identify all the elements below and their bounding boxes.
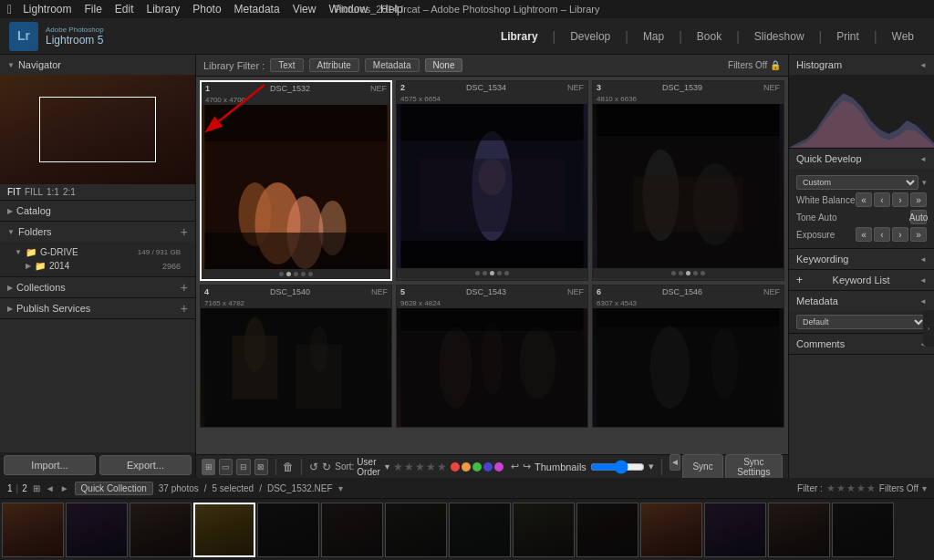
wb-increase-small[interactable]: › (892, 192, 908, 207)
thumb-7[interactable] (385, 503, 447, 557)
grid-view-btn[interactable]: ⊞ (202, 459, 215, 475)
sync-settings-button[interactable]: Sync Settings (725, 454, 783, 479)
tab-print[interactable]: Print (825, 26, 870, 47)
strip-filters-arrow[interactable]: ▾ (922, 483, 927, 493)
thumbnail-size-slider[interactable] (590, 460, 645, 474)
nav-next-btn[interactable]: ► (60, 483, 69, 493)
folder-gdrive[interactable]: ▼ 📁 G-DRIVE 149 / 931 GB (7, 245, 188, 259)
grid-cell-4[interactable]: 4 DSC_1540 NEF 7165 x 4782 (200, 285, 392, 428)
thumb-10[interactable] (576, 503, 638, 557)
tab-develop[interactable]: Develop (559, 26, 621, 47)
color-yellow[interactable] (462, 462, 471, 472)
grid-cell-2[interactable]: 2 DSC_1534 NEF 4575 x 6654 (396, 80, 588, 281)
thumb-2[interactable] (66, 503, 128, 557)
tab-slideshow[interactable]: Slideshow (743, 26, 815, 47)
color-blue[interactable] (483, 462, 493, 472)
thumb-3[interactable] (130, 503, 192, 557)
thumb-5[interactable] (257, 503, 319, 557)
exp-inc[interactable]: » (910, 227, 927, 242)
grid-cell-1[interactable]: 1 DSC_1532 NEF 4700 x 4700 (200, 80, 392, 281)
thumb-14[interactable] (832, 503, 894, 557)
loupe-view-btn[interactable]: ▭ (219, 459, 233, 475)
filter-attribute-btn[interactable]: Attribute (309, 58, 359, 72)
grid-cell-3[interactable]: 3 DSC_1539 NEF 4810 x 6636 (592, 80, 784, 281)
wb-decrease[interactable]: « (856, 192, 872, 207)
catalog-header[interactable]: ▶ Catalog (0, 201, 195, 221)
tone-auto[interactable]: Auto (910, 210, 927, 224)
thumb-12[interactable] (704, 503, 766, 557)
wb-increase[interactable]: » (910, 192, 927, 207)
nav-1-1[interactable]: 1:1 (47, 187, 59, 197)
color-red[interactable] (451, 462, 460, 472)
menu-edit[interactable]: Edit (115, 3, 134, 16)
compare-view-btn[interactable]: ⊟ (236, 459, 250, 475)
rotate-right-btn[interactable]: ↻ (322, 461, 331, 473)
thumb-6[interactable] (321, 503, 383, 557)
filter-text-btn[interactable]: Text (270, 58, 303, 72)
publish-add-btn[interactable]: + (181, 301, 188, 316)
thumb-9[interactable] (513, 503, 575, 557)
exp-dec[interactable]: « (856, 227, 872, 242)
wb-decrease-small[interactable]: ‹ (874, 192, 890, 207)
nav-2-1[interactable]: 2:1 (63, 187, 76, 197)
panel-toggle-right[interactable]: › (923, 310, 934, 347)
metadata-header[interactable]: Metadata ◄ (789, 291, 934, 311)
page-1[interactable]: 1 (7, 483, 13, 493)
menu-view[interactable]: View (293, 3, 317, 16)
folders-header[interactable]: ▼ Folders + (0, 222, 195, 242)
back-btn[interactable]: ↩ (511, 461, 519, 472)
import-button[interactable]: Import... (4, 455, 96, 475)
thumb-13[interactable] (768, 503, 830, 557)
quick-collection-btn[interactable]: Quick Collection (75, 482, 153, 495)
metadata-preset-select[interactable]: Default (796, 315, 927, 329)
publish-services-header[interactable]: ▶ Publish Services + (0, 298, 195, 318)
collections-header[interactable]: ▶ Collections + (0, 277, 195, 297)
thumb-8[interactable] (449, 503, 511, 557)
navigator-header[interactable]: ▼ Navigator (0, 55, 195, 75)
histogram-header[interactable]: Histogram ◄ (789, 55, 934, 75)
thumbnail-strip[interactable] (0, 498, 934, 560)
comments-header[interactable]: Comments ◄ (789, 334, 934, 354)
sync-left-btn[interactable]: ◄ (669, 454, 681, 471)
exp-inc-sm[interactable]: › (892, 227, 908, 242)
menu-library[interactable]: Library (147, 3, 181, 16)
filter-none-btn[interactable]: None (425, 58, 463, 72)
nav-prev-btn[interactable]: ◄ (46, 483, 55, 493)
thumb-size-arrow[interactable]: ▾ (649, 461, 654, 472)
sync-button[interactable]: Sync (682, 454, 722, 479)
survey-view-btn[interactable]: ⊠ (254, 459, 268, 475)
menu-photo[interactable]: Photo (192, 3, 221, 16)
tab-library[interactable]: Library (490, 26, 549, 47)
folder-2014[interactable]: ▶ 📁 2014 2966 (7, 259, 188, 273)
rotate-left-btn[interactable]: ↺ (309, 461, 318, 473)
thumb-1[interactable] (2, 503, 64, 557)
keywording-header[interactable]: Keywording ◄ (789, 249, 934, 269)
page-2[interactable]: 2 (22, 483, 27, 493)
tab-book[interactable]: Book (686, 26, 732, 47)
collections-add-btn[interactable]: + (181, 280, 188, 295)
filename-arrow[interactable]: ▾ (338, 483, 343, 493)
grid-view-strip[interactable]: ⊞ (33, 483, 40, 493)
keyword-list-header[interactable]: + Keyword List ◄ (789, 270, 934, 290)
tab-map[interactable]: Map (632, 26, 675, 47)
quick-develop-header[interactable]: Quick Develop ◄ (789, 149, 934, 169)
tab-web[interactable]: Web (881, 26, 925, 47)
folders-add-btn[interactable]: + (181, 224, 188, 239)
grid-cell-5[interactable]: 5 DSC_1543 NEF 9628 x 4824 (396, 285, 588, 428)
delete-btn[interactable]: 🗑 (283, 461, 294, 473)
thumb-4[interactable] (193, 503, 255, 557)
menu-metadata[interactable]: Metadata (234, 3, 280, 16)
keyword-add-btn[interactable]: + (796, 274, 803, 286)
thumb-11[interactable] (640, 503, 702, 557)
apple-menu[interactable]:  (7, 2, 12, 16)
exp-dec-sm[interactable]: ‹ (874, 227, 890, 242)
sort-value[interactable]: User Order (357, 457, 382, 477)
photo-grid[interactable]: 1 DSC_1532 NEF 4700 x 4700 (196, 77, 788, 454)
nav-fill[interactable]: FILL (25, 187, 43, 197)
grid-cell-6[interactable]: 6 DSC_1546 NEF 6307 x 4543 (592, 285, 784, 428)
menu-lightroom[interactable]: Lightroom (23, 3, 71, 16)
export-button[interactable]: Export... (99, 455, 192, 475)
nav-fit[interactable]: FIT (7, 187, 21, 197)
color-green[interactable] (472, 462, 482, 472)
menu-file[interactable]: File (85, 3, 102, 16)
